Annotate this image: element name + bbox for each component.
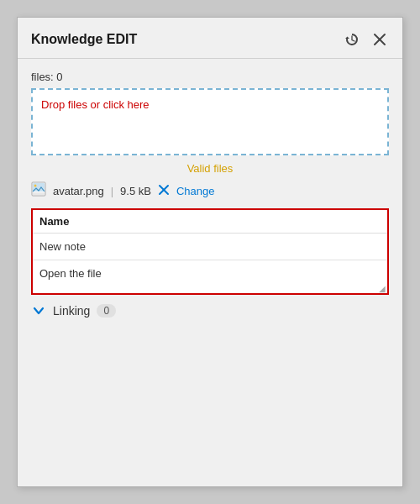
image-file-icon [31,181,46,197]
file-remove-button[interactable] [158,184,170,198]
name-column-header: Name [32,209,388,234]
name-table-wrapper: Name New note Open the file ◢ [31,208,389,295]
file-name: avatar.png [53,185,104,197]
table-row: Open the file [32,260,388,294]
file-size: 9.5 kB [120,185,151,197]
header-icons [342,29,389,50]
linking-row: Linking 0 [31,303,389,318]
svg-point-4 [34,185,37,187]
name-table: Name New note Open the file [31,208,389,295]
drop-zone-text: Drop files or click here [41,98,150,111]
close-button[interactable] [370,30,389,49]
linking-count-badge: 0 [97,304,116,318]
history-button[interactable] [342,29,362,50]
svg-rect-5 [33,192,45,195]
valid-files-label: Valid files [31,162,389,175]
linking-label: Linking [53,304,90,318]
row-1-value: New note [32,234,388,260]
panel-title: Knowledge EDIT [31,32,137,47]
linking-chevron-button[interactable] [31,303,46,318]
file-thumbnail-icon [31,181,46,200]
chevron-down-icon [31,303,46,318]
file-change-button[interactable]: Change [176,185,215,197]
table-row: New note [32,234,388,260]
knowledge-edit-panel: Knowledge EDIT files: 0 Drop files o [17,17,403,487]
row-2-value: Open the file [32,260,388,294]
remove-icon [158,184,170,196]
panel-body: files: 0 Drop files or click here Valid … [18,59,402,330]
resize-handle-icon[interactable]: ◢ [379,285,387,293]
drop-zone[interactable]: Drop files or click here [31,88,389,155]
history-icon [344,31,360,48]
file-row: avatar.png | 9.5 kB Change [31,181,389,200]
panel-header: Knowledge EDIT [18,18,402,59]
files-label: files: 0 [31,71,389,83]
close-icon [372,32,387,47]
file-separator: | [111,185,113,197]
